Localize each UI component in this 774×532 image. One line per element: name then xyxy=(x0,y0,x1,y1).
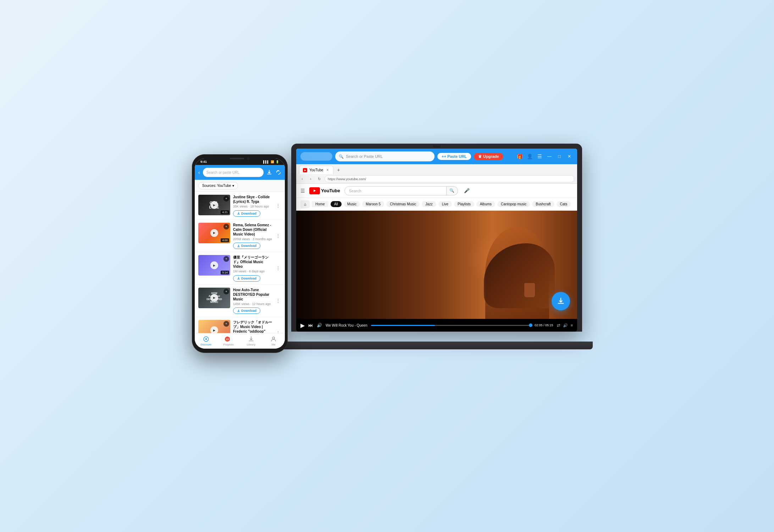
filter-music[interactable]: Music xyxy=(344,201,360,207)
filter-bushcraft[interactable]: Bushcraft xyxy=(532,201,554,207)
phone-download-icon[interactable] xyxy=(266,170,272,175)
play-overlay-4[interactable]: ▶ xyxy=(210,294,218,302)
video-meta-2: 205M views · 3 months ago xyxy=(233,237,272,241)
download-button-3[interactable]: Download xyxy=(233,275,260,282)
library-label: Library xyxy=(247,343,255,346)
filter-live[interactable]: Live xyxy=(438,201,452,207)
progress-bar[interactable] xyxy=(371,325,531,326)
youtube-page: ☰ ▶ YouTube Search 🔍 xyxy=(296,184,577,332)
gift-icon[interactable]: 🎁 xyxy=(516,153,523,160)
volume-button[interactable]: 🔊 xyxy=(317,323,322,328)
youtube-search-button[interactable]: 🔍 xyxy=(447,186,458,195)
microphone-icon[interactable]: 🎤 xyxy=(462,186,471,195)
list-item: + 🎭 ▶ フレデリック「オドループ」Music Video | Frederi… xyxy=(195,317,285,333)
video-info-3: 優里『メリーゴーランド』Official Music Video 1M view… xyxy=(233,255,272,282)
filter-albums[interactable]: Albums xyxy=(476,201,495,207)
tab-bar: ▶ YouTube ✕ + xyxy=(296,164,577,174)
app-logo xyxy=(300,152,332,161)
video-thumbnail[interactable] xyxy=(296,211,577,319)
thumbnail-container-4: + HOWAutoTuneDESTROYEDMUSIC ▶ xyxy=(198,288,230,308)
download-button-4[interactable]: Download xyxy=(233,307,260,314)
more-options-5[interactable]: ⋮ xyxy=(275,330,281,333)
more-options-2[interactable]: ⋮ xyxy=(275,233,281,239)
add-to-playlist-1[interactable]: + xyxy=(223,196,229,201)
play-overlay-2[interactable]: ▶ xyxy=(210,229,218,237)
status-icons: ▌▌▌ 📶 🔋 xyxy=(263,160,279,164)
filter-all[interactable]: All xyxy=(331,201,342,207)
nav-playlists[interactable]: 15 Playlists xyxy=(217,336,240,346)
list-item: + 🎵 ▶ 4:00 Rema, Selena Gomez - Calm Dow… xyxy=(195,220,285,253)
phone-app-header: ‹ Search or paste URL xyxy=(195,165,285,180)
tab-close-button[interactable]: ✕ xyxy=(325,168,330,172)
nav-me[interactable]: Me xyxy=(262,336,285,346)
user-icon[interactable]: 👤 xyxy=(526,153,533,160)
time-display: 02:05 / 05:15 xyxy=(535,323,553,327)
home-pill[interactable]: ⌂ xyxy=(300,200,310,208)
floating-download-button[interactable] xyxy=(552,292,570,310)
more-options-3[interactable]: ⋮ xyxy=(275,265,281,271)
browser-forward-button[interactable]: › xyxy=(308,176,314,182)
progress-fill xyxy=(371,325,435,326)
add-to-playlist-4[interactable]: + xyxy=(223,289,229,294)
search-bar-laptop[interactable]: 🔍 Search or Paste URL xyxy=(335,151,435,161)
tab-label: YouTube xyxy=(309,168,323,172)
nav-discover[interactable]: Discover xyxy=(195,336,217,346)
thumbnail-container-3: + 🎶 ▶ 5:14 xyxy=(198,255,230,276)
add-to-playlist-5[interactable]: + xyxy=(223,321,229,327)
youtube-tab[interactable]: ▶ YouTube ✕ xyxy=(299,166,333,174)
new-tab-button[interactable]: + xyxy=(335,166,342,173)
play-button[interactable]: ▶ xyxy=(300,322,305,329)
phone-search-bar[interactable]: Search or paste URL xyxy=(203,168,264,177)
video-meta-4: 145K views · 12 hours ago xyxy=(233,302,272,306)
address-bar[interactable]: https://www.youtube.com/ xyxy=(325,175,574,182)
nav-library[interactable]: Library xyxy=(240,336,262,346)
home-label-pill[interactable]: Home xyxy=(312,201,328,207)
play-overlay-5[interactable]: ▶ xyxy=(210,326,218,333)
queue-icon[interactable]: ≡ xyxy=(571,323,573,328)
video-player-area: ▶ ⏭ 🔊 We Will Rock You - Queen xyxy=(296,211,577,332)
upgrade-button[interactable]: ♛ Upgrade xyxy=(474,153,503,160)
video-title-3: 優里『メリーゴーランド』Official Music Video xyxy=(233,255,272,269)
signal-icon: ▌▌▌ xyxy=(263,160,269,164)
skip-button[interactable]: ⏭ xyxy=(308,322,313,328)
main-scene: 🔍 Search or Paste URL + + Paste URL ♛ Up… xyxy=(192,133,582,399)
filter-playlists[interactable]: Playlists xyxy=(454,201,474,207)
filter-maroon5[interactable]: Maroon 5 xyxy=(362,201,384,207)
filter-jazz[interactable]: Jazz xyxy=(422,201,436,207)
phone-refresh-icon[interactable] xyxy=(276,170,281,175)
list-item: + 🎶 ▶ 5:14 優里『メリーゴーランド』Official Music Vi… xyxy=(195,252,285,285)
volume-icon-2[interactable]: 🔊 xyxy=(563,323,568,328)
add-to-playlist-2[interactable]: + xyxy=(223,224,229,229)
laptop-device: 🔍 Search or Paste URL + + Paste URL ♛ Up… xyxy=(291,144,582,349)
more-options-1[interactable]: ⋮ xyxy=(275,203,281,209)
crown-icon: ♛ xyxy=(478,154,482,159)
phone-header-icons xyxy=(266,170,281,175)
extra-controls: ⇄ 🔊 ≡ xyxy=(557,323,573,328)
sources-selector[interactable]: Sources: YouTube ▾ xyxy=(198,182,238,189)
filter-cantopop[interactable]: Cantopop music xyxy=(497,201,530,207)
thumbnail-4: + HOWAutoTuneDESTROYEDMUSIC ▶ xyxy=(198,288,230,308)
play-overlay-3[interactable]: ▶ xyxy=(210,261,218,269)
shuffle-icon[interactable]: ⇄ xyxy=(557,323,560,328)
youtube-search-input[interactable]: Search xyxy=(344,186,447,195)
play-overlay-1[interactable]: ▶ xyxy=(210,201,218,209)
close-icon[interactable]: ✕ xyxy=(566,153,573,160)
cup-element xyxy=(524,283,535,297)
browser-refresh-button[interactable]: ↻ xyxy=(316,176,322,182)
download-button-1[interactable]: Download xyxy=(233,210,260,217)
download-icon-svg xyxy=(557,297,565,305)
add-to-playlist-3[interactable]: + xyxy=(223,256,229,262)
laptop-frame: 🔍 Search or Paste URL + + Paste URL ♛ Up… xyxy=(291,144,582,332)
paste-url-button[interactable]: + + Paste URL xyxy=(437,153,471,160)
minimize-icon[interactable]: — xyxy=(546,153,553,160)
download-button-2[interactable]: Download xyxy=(233,243,260,249)
phone-back-button[interactable]: ‹ xyxy=(198,170,200,175)
menu-icon[interactable]: ☰ xyxy=(536,153,543,160)
youtube-header: ☰ ▶ YouTube Search 🔍 xyxy=(296,184,577,198)
hamburger-icon[interactable]: ☰ xyxy=(300,188,305,194)
filter-christmas[interactable]: Christmas Music xyxy=(386,201,420,207)
filter-cats[interactable]: Cats xyxy=(557,201,571,207)
more-options-4[interactable]: ⋮ xyxy=(275,298,281,304)
browser-back-button[interactable]: ‹ xyxy=(299,176,305,182)
maximize-icon[interactable]: □ xyxy=(556,153,563,160)
